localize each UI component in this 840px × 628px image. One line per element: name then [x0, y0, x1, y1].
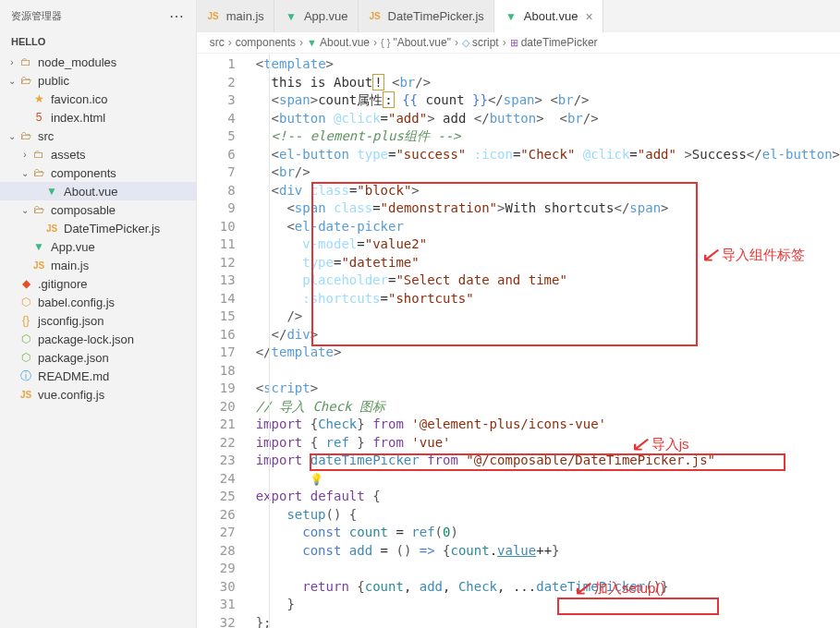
tree-item-label: public — [38, 74, 69, 88]
ico-icon: ★ — [31, 91, 46, 106]
module-icon: ◇ — [462, 37, 469, 49]
tree-item[interactable]: 5index.html — [0, 108, 196, 127]
tree-item-label: DateTimePicker.js — [64, 222, 160, 236]
line-number: 18 — [197, 362, 236, 380]
tree-item-label: src — [38, 129, 54, 143]
code-content[interactable]: <template> this is About! <br/> <span>co… — [252, 54, 840, 628]
chevron-icon[interactable]: › — [6, 57, 18, 67]
tree-item[interactable]: JSvue.config.js — [0, 385, 196, 404]
line-number: 3 — [197, 91, 236, 110]
git-icon: ◆ — [18, 276, 33, 291]
breadcrumb-part[interactable]: src — [210, 36, 225, 49]
tree-item[interactable]: ▼App.vue — [0, 237, 196, 256]
chevron-icon[interactable]: › — [18, 150, 31, 160]
tree-item-label: .gitignore — [38, 277, 87, 291]
line-number: 11 — [197, 236, 236, 254]
js-icon: JS — [206, 9, 221, 24]
js-icon: JS — [368, 9, 383, 24]
tree-item-label: package.json — [38, 351, 109, 365]
breadcrumb-part[interactable]: components — [236, 36, 296, 49]
folder-open-icon: 🗁 — [18, 73, 33, 88]
js-icon: JS — [18, 387, 33, 402]
line-number: 21 — [197, 416, 236, 434]
explorer-title: 资源管理器 — [11, 9, 169, 23]
project-name[interactable]: HELLO — [0, 32, 196, 51]
editor-tab[interactable]: JSDateTimePicker.js — [359, 0, 494, 32]
tree-item[interactable]: ⌄🗁composable — [0, 200, 196, 219]
html5-icon: 5 — [31, 110, 46, 125]
tab-bar: JSmain.js▼App.vueJSDateTimePicker.js▼Abo… — [197, 0, 840, 32]
line-number: 14 — [197, 290, 236, 308]
line-number: 7 — [197, 163, 236, 182]
editor-tab[interactable]: JSmain.js — [197, 0, 274, 32]
editor-tab[interactable]: ▼About.vue× — [494, 0, 603, 32]
tree-item[interactable]: ⓘREADME.md — [0, 367, 196, 385]
tree-item[interactable]: ›🗀assets — [0, 145, 196, 163]
arrow-left-icon: ↙ — [630, 435, 651, 453]
line-gutter: 1234567891011121314151617181920212223242… — [197, 54, 252, 628]
tree-item[interactable]: ⌄🗁components — [0, 163, 196, 182]
tree-item[interactable]: ⬡babel.config.js — [0, 293, 196, 311]
tree-item[interactable]: ⬡package.json — [0, 348, 196, 367]
folder-open-icon: 🗁 — [31, 165, 46, 180]
tree-item[interactable]: ⬡package-lock.json — [0, 330, 196, 348]
json-icon: ⬡ — [18, 332, 33, 346]
tree-item[interactable]: {}jsconfig.json — [0, 311, 196, 330]
babel-icon: ⬡ — [18, 295, 33, 309]
vue-icon: ▼ — [284, 9, 298, 24]
close-icon[interactable]: × — [585, 9, 592, 24]
tree-item[interactable]: JSDateTimePicker.js — [0, 219, 196, 237]
line-number: 28 — [197, 542, 236, 561]
lightbulb-icon[interactable]: 💡 — [310, 471, 323, 489]
tree-item[interactable]: ⌄🗁public — [0, 71, 196, 90]
chevron-right-icon: › — [228, 36, 232, 49]
indent-guide — [269, 54, 270, 628]
breadcrumb-file[interactable]: About.vue — [320, 36, 370, 49]
code-editor[interactable]: 1234567891011121314151617181920212223242… — [197, 54, 840, 628]
breadcrumb-method[interactable]: dateTimePicker — [521, 36, 598, 49]
line-number: 27 — [197, 524, 236, 542]
tab-label: main.js — [226, 9, 264, 23]
line-number: 6 — [197, 146, 236, 164]
line-number: 26 — [197, 506, 236, 525]
line-number: 5 — [197, 127, 236, 146]
chevron-icon[interactable]: ⌄ — [6, 131, 18, 141]
tree-item[interactable]: JSmain.js — [0, 256, 196, 274]
breadcrumb[interactable]: src › components › ▼ About.vue › { } "Ab… — [197, 32, 840, 54]
line-number: 1 — [197, 55, 236, 74]
tree-item[interactable]: ›🗀node_modules — [0, 53, 196, 71]
folder-open-icon: 🗁 — [31, 202, 46, 217]
breadcrumb-symbol[interactable]: script — [472, 36, 499, 49]
chevron-icon[interactable]: ⌄ — [6, 76, 18, 86]
tree-item[interactable]: ◆.gitignore — [0, 274, 196, 293]
chevron-icon[interactable]: ⌄ — [18, 205, 31, 215]
tree-item-label: vue.config.js — [38, 388, 104, 402]
line-number: 32 — [197, 614, 236, 629]
vue-icon: ▼ — [44, 184, 59, 199]
chevron-right-icon: › — [503, 36, 506, 49]
breadcrumb-symbol[interactable]: "About.vue" — [393, 36, 451, 49]
main-area: JSmain.js▼App.vueJSDateTimePicker.js▼Abo… — [197, 0, 840, 628]
line-number: 10 — [197, 218, 236, 236]
method-icon: ⊞ — [510, 37, 518, 49]
tree-item[interactable]: ▼About.vue — [0, 182, 196, 200]
folder-icon: 🗀 — [18, 54, 33, 69]
braces-icon: { } — [381, 37, 390, 48]
line-number: 16 — [197, 326, 236, 344]
chevron-icon[interactable]: ⌄ — [18, 168, 31, 178]
file-tree: ›🗀node_modules⌄🗁public★favicon.ico5index… — [0, 51, 196, 405]
tree-item-label: About.vue — [64, 185, 118, 199]
line-number: 15 — [197, 308, 236, 326]
line-number: 13 — [197, 272, 236, 290]
tree-item-label: README.md — [38, 369, 109, 383]
editor-tab[interactable]: ▼App.vue — [274, 0, 359, 32]
annotation-label: ↙导入组件标签 — [703, 246, 805, 264]
more-actions-icon[interactable]: ⋯ — [169, 7, 185, 25]
tree-item[interactable]: ⌄🗁src — [0, 127, 196, 145]
line-number: 12 — [197, 254, 236, 272]
tree-item-label: jsconfig.json — [38, 314, 104, 328]
tree-item[interactable]: ★favicon.ico — [0, 90, 196, 108]
chevron-right-icon: › — [373, 36, 377, 49]
chevron-right-icon: › — [455, 36, 458, 49]
json-yellow-icon: {} — [18, 313, 33, 328]
